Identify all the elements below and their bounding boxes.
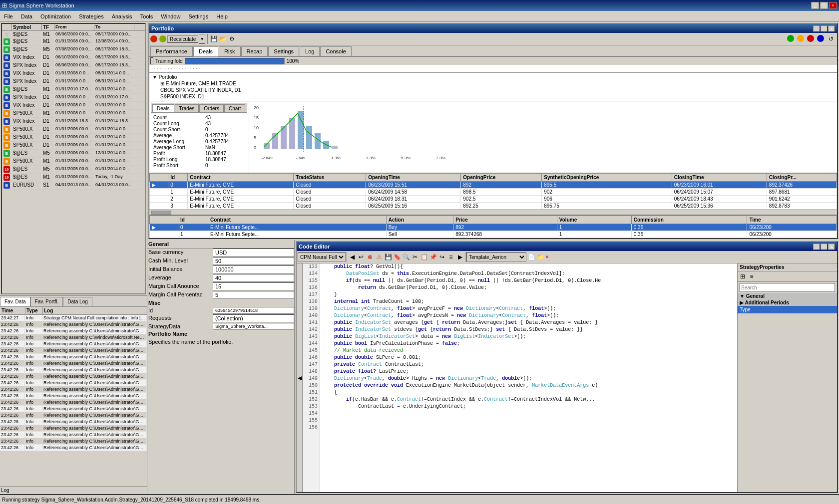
symbol-row[interactable]: B VIX Index D1 01/01/2008 0:0... 08/31/2… <box>2 70 145 78</box>
progress-arrow[interactable] <box>150 57 153 64</box>
strategy-selector[interactable]: CPM Neural Full <box>298 252 346 262</box>
deals-tab-chart[interactable]: Chart <box>224 104 245 112</box>
tree-node-emini[interactable]: ⊞ E-Mini Future, CME M1 TRADE <box>158 80 836 87</box>
tab-console[interactable]: Console <box>320 46 351 56</box>
code-text-area[interactable]: public float? GetVol(){ DataPoolSet ds =… <box>320 263 737 492</box>
menu-window[interactable]: Window <box>157 12 184 20</box>
symbol-row[interactable]: B SPX Index D1 03/01/2008 0:0... 01/01/2… <box>2 94 145 102</box>
tab-fav-portfl[interactable]: Fav. Portfl. <box>30 297 63 306</box>
h-scroll-thumb[interactable] <box>151 211 171 215</box>
symbol-row[interactable]: B $@ES M1 01/01/2008 00:0... 12/08/2014 … <box>2 38 145 46</box>
value-base-currency[interactable]: USD <box>213 249 294 256</box>
back-icon[interactable]: ◀ <box>348 253 356 261</box>
open-file-icon[interactable]: 📁 <box>536 253 544 261</box>
symbol-row[interactable]: B $@ES M1 01/01/2010 17:0... 01/01/2014 … <box>2 86 145 94</box>
trades-th-closetime[interactable]: ClosingTime <box>672 174 767 182</box>
orders-th-contract[interactable]: Contract <box>208 216 387 224</box>
trades-th-synth[interactable]: SyntheticOpeningPrice <box>542 174 672 182</box>
compile-icon[interactable]: ▶ <box>456 253 464 261</box>
redo-icon[interactable]: ↪ <box>438 253 446 261</box>
code-editor-minimize[interactable]: _ <box>813 244 820 250</box>
trades-th-closeprice[interactable]: ClosingPr... <box>767 174 837 182</box>
portfolio-maximize[interactable]: □ <box>821 25 828 32</box>
symbol-row[interactable]: ☆ $@ES M1 06/06/2009 00:0... 08/17/2009 … <box>2 31 145 38</box>
tab-data-log[interactable]: Data Log <box>63 297 92 306</box>
recalculate-dropdown[interactable]: ▼ <box>199 34 205 44</box>
open-icon[interactable]: 📂 <box>219 35 227 43</box>
trades-th-id[interactable]: Id <box>168 174 188 182</box>
symbol-row[interactable]: B SP500.X D1 01/01/2006 00:0... 01/01/20… <box>2 142 145 150</box>
symbol-row[interactable]: B EURUSD S1 04/01/2013 00:0... 04/01/201… <box>2 182 145 190</box>
deals-tab-deals[interactable]: Deals <box>152 104 174 112</box>
settings-icon[interactable]: ⚙ <box>228 35 236 43</box>
stop-icon[interactable]: ⊗ <box>366 253 374 261</box>
menu-file[interactable]: File <box>0 12 17 20</box>
tab-performance[interactable]: Performance <box>150 46 193 56</box>
value-margin-call-pct[interactable]: 5 <box>213 291 294 299</box>
orders-th-volume[interactable]: Volume <box>557 216 631 224</box>
tree-node-cboe[interactable]: CBOE SPX VOLATILITY INDEX, D1 <box>158 87 836 93</box>
menu-help[interactable]: Help <box>212 12 232 20</box>
value-strategy-data[interactable]: Sigma_Sphere_Worksta... <box>213 323 294 330</box>
code-editor-maximize[interactable]: □ <box>821 244 828 250</box>
close-btn[interactable]: × <box>829 2 837 9</box>
symbol-row[interactable]: B SPX Index D1 01/01/2008 0:0... 08/31/2… <box>2 78 145 86</box>
prop-additional-periods-header[interactable]: ▶ Additional Periods <box>738 299 837 306</box>
symbol-row[interactable]: B VIX Index D1 01/01/2006 18:3... 01/01/… <box>2 118 145 126</box>
symbol-row[interactable]: B SP500.X D1 01/01/2006 00:0... 01/01/20… <box>2 134 145 142</box>
value-leverage[interactable]: 40 <box>213 274 294 282</box>
orders-row[interactable]: ▶ 0 E-Mini Future Septe... Buy 892 1 0.3… <box>150 224 837 231</box>
value-requests[interactable]: (Collection) <box>213 314 294 322</box>
menu-tools[interactable]: Tools <box>136 12 157 20</box>
save-code-icon[interactable]: 💾 <box>384 253 392 261</box>
symbol-row[interactable]: B $@ES M5 07/08/2009 00:0... 08/17/2009 … <box>2 46 145 54</box>
tree-node-portfolio[interactable]: ▼ Portfolio <box>150 74 836 80</box>
orders-th-time[interactable]: Time <box>747 216 837 224</box>
prop-type-item[interactable]: Type <box>738 306 837 313</box>
prop-filter-icon[interactable]: ≡ <box>748 272 756 280</box>
template-selector[interactable]: Template_Aerion <box>466 252 526 262</box>
orders-th-price[interactable]: Price <box>453 216 557 224</box>
orders-th-action[interactable]: Action <box>386 216 453 224</box>
paste-icon[interactable]: 📌 <box>429 253 437 261</box>
menu-optimization[interactable]: Optimization <box>36 12 75 20</box>
trades-th-status[interactable]: TradeStatus <box>294 174 366 182</box>
prop-general-header[interactable]: ▼ General <box>738 293 837 299</box>
orders-th-commission[interactable]: Commission <box>631 216 747 224</box>
format-icon[interactable]: ≡ <box>447 253 455 261</box>
trades-row[interactable]: 2 E-Mini Future, CME Closed 06/24/2009 1… <box>150 196 837 203</box>
menu-data[interactable]: Data <box>17 12 36 20</box>
tab-recap[interactable]: Recap <box>241 46 268 56</box>
menu-analysis[interactable]: Analysis <box>108 12 136 20</box>
warning-icon[interactable]: ⚠ <box>375 253 383 261</box>
trades-th-openprice[interactable]: OpeningPrice <box>461 174 542 182</box>
symbol-row[interactable]: B VIX Index D1 03/01/2008 0:0... 01/01/2… <box>2 102 145 110</box>
code-scroll-left[interactable]: ◀ <box>297 263 303 492</box>
menu-settings[interactable]: Settings <box>184 12 212 20</box>
trades-th-contract[interactable]: Contract <box>188 174 294 182</box>
deals-tab-orders[interactable]: Orders <box>199 104 224 112</box>
value-id[interactable]: 63564542979514518 <box>213 307 294 314</box>
symbol-row[interactable]: B SP500.X M1 01/01/2008 0:0... 01/01/201… <box>2 110 145 118</box>
trades-th-opentime[interactable]: OpeningTime <box>366 174 461 182</box>
undo-icon[interactable]: ↩ <box>357 253 365 261</box>
symbol-row[interactable]: 10 $@ES M5 01/01/2005 00:0... 01/01/2014… <box>2 166 145 174</box>
orders-row[interactable]: 1 E-Mini Future Septe... Sell 892.374268… <box>150 231 837 238</box>
symbol-row[interactable]: B SP500.X D1 01/01/2006 00:0... 01/01/20… <box>2 126 145 134</box>
symbol-row[interactable]: B $@ES M5 01/01/2006 00:0... 12/01/2014 … <box>2 150 145 158</box>
tab-settings[interactable]: Settings <box>268 46 299 56</box>
deals-tab-trades[interactable]: Trades <box>175 104 199 112</box>
recalculate-button[interactable]: Recalculate <box>167 35 198 43</box>
symbol-row[interactable]: B SP500.X M1 01/01/2006 00:0... 01/01/20… <box>2 158 145 166</box>
properties-search-input[interactable] <box>740 283 835 292</box>
copy-icon[interactable]: 📋 <box>420 253 428 261</box>
prop-sort-icon[interactable]: ⊞ <box>739 272 747 280</box>
portfolio-close[interactable]: × <box>828 25 835 32</box>
bookmark-icon[interactable]: 🔖 <box>393 253 401 261</box>
minimize-btn[interactable]: _ <box>811 2 819 9</box>
tab-risk[interactable]: Risk <box>219 46 240 56</box>
cut-icon[interactable]: ✂ <box>411 253 419 261</box>
tab-deals[interactable]: Deals <box>193 46 218 56</box>
refresh-icon[interactable]: ↺ <box>827 35 835 43</box>
value-margin-call-announce[interactable]: 15 <box>213 282 294 290</box>
